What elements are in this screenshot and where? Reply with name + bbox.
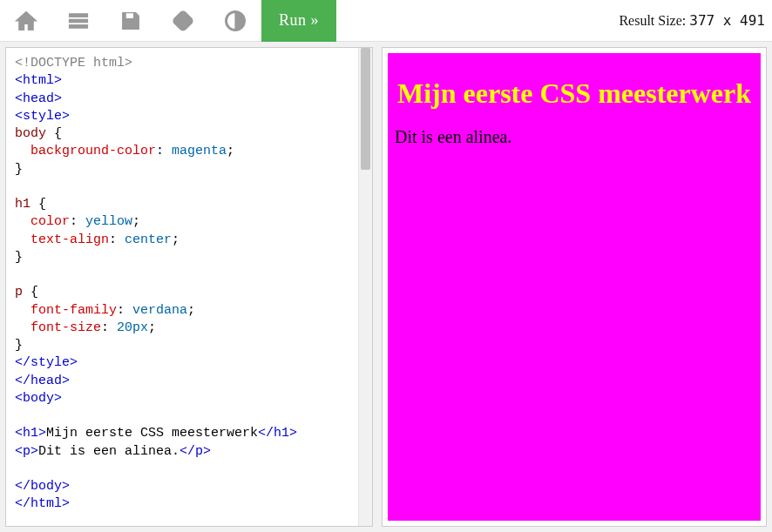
result-height: 491 — [740, 12, 765, 29]
rotate-button[interactable] — [157, 0, 209, 42]
run-button[interactable]: Run » — [261, 0, 336, 42]
scrollbar-thumb[interactable] — [361, 48, 370, 170]
home-button[interactable] — [0, 0, 52, 42]
menu-icon — [66, 9, 91, 33]
svg-rect-2 — [70, 24, 88, 28]
preview-heading: Mijn eerste CSS meesterwerk — [395, 77, 754, 110]
code-editor[interactable]: <!DOCTYPE html> <html> <head> <style> bo… — [6, 48, 358, 526]
editor-scrollbar[interactable] — [358, 48, 372, 526]
preview-panel: Mijn eerste CSS meesterwerk Dit is een a… — [382, 47, 767, 527]
toolbar: Run » Result Size: 377 x 491 — [0, 0, 772, 42]
result-width: 377 — [689, 12, 714, 29]
result-x: x — [723, 12, 732, 29]
save-button[interactable] — [105, 0, 157, 42]
theme-button[interactable] — [209, 0, 261, 42]
menu-button[interactable] — [52, 0, 105, 42]
svg-rect-0 — [70, 13, 88, 16]
workspace: <!DOCTYPE html> <html> <head> <style> bo… — [0, 42, 772, 532]
rotate-icon — [171, 9, 195, 33]
preview-paragraph: Dit is een alinea. — [395, 127, 754, 147]
home-icon — [14, 9, 38, 33]
theme-icon — [223, 9, 247, 33]
result-size: Result Size: 377 x 491 — [619, 12, 772, 29]
save-icon — [119, 9, 143, 33]
svg-rect-1 — [70, 19, 88, 23]
result-size-label: Result Size: — [619, 13, 686, 28]
preview-frame: Mijn eerste CSS meesterwerk Dit is een a… — [388, 53, 761, 521]
editor-panel: <!DOCTYPE html> <html> <head> <style> bo… — [5, 47, 373, 527]
run-label: Run » — [279, 11, 319, 30]
svg-rect-3 — [173, 10, 193, 30]
